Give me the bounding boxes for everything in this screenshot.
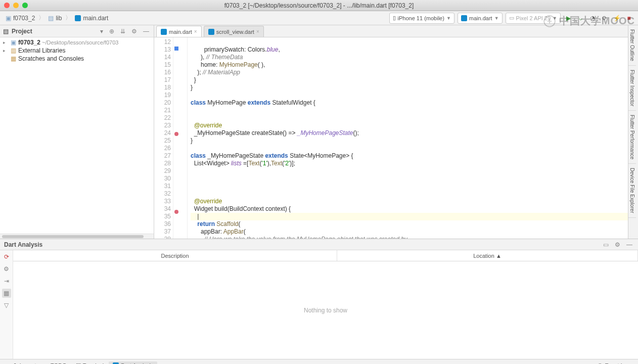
window-minimize[interactable] bbox=[13, 3, 19, 8]
bottom-tab-dart-analysis[interactable]: Dart Analysis bbox=[109, 361, 157, 365]
window-title: f0703_2 [~/Desktop/lesson/source/f0703_2… bbox=[0, 2, 638, 9]
dart-icon bbox=[75, 15, 81, 21]
bottom-tool-strip: ≡6: Logcat ≡TODO ▣Terminal Dart Analysis… bbox=[0, 359, 638, 364]
analysis-table: Description Location ▲ Nothing to show bbox=[13, 250, 638, 359]
right-tab-inspector[interactable]: Flutter Inspector bbox=[628, 66, 636, 111]
config-label: main.dart bbox=[469, 15, 492, 21]
analysis-empty-text: Nothing to show bbox=[13, 261, 638, 359]
device-frame-icon: ▭ bbox=[509, 15, 514, 21]
analysis-header: Dart Analysis ▭ ⚙ — bbox=[0, 239, 638, 250]
right-tab-performance[interactable]: Flutter Performance bbox=[628, 111, 636, 164]
project-horizontal-scrollbar[interactable] bbox=[0, 234, 154, 239]
editor-area: main.dart × scroll_view.dart × 121314151… bbox=[154, 25, 628, 239]
gear-icon[interactable]: ⚙ bbox=[613, 241, 622, 248]
window-close[interactable] bbox=[4, 3, 10, 8]
tree-external-libs[interactable]: ▸ ▥ External Libraries bbox=[0, 47, 154, 55]
editor-tab-scrollview[interactable]: scroll_view.dart × bbox=[204, 26, 264, 37]
device-selector[interactable]: ▯ iPhone 11 (mobile) ▼ bbox=[389, 13, 454, 24]
window-zoom[interactable] bbox=[22, 3, 28, 8]
breadcrumb-separator: 〉 bbox=[65, 14, 71, 22]
project-tool-window: ▤ Project ▾ ⊕ ⇊ ⚙ — ▸ ▣ f0703_2 ~/Deskto… bbox=[0, 25, 154, 239]
profile-button[interactable]: ◔ bbox=[587, 13, 598, 24]
hide-icon[interactable]: — bbox=[625, 241, 634, 248]
breadcrumb-project[interactable]: ▣ f0703_2 bbox=[3, 14, 37, 23]
breadcrumb-folder-label: lib bbox=[56, 15, 62, 22]
dart-icon bbox=[113, 362, 119, 365]
editor-body[interactable]: 1213141516171819202122232425262728293031… bbox=[154, 37, 628, 239]
external-libs-label: External Libraries bbox=[18, 47, 65, 54]
editor-tabs: main.dart × scroll_view.dart × bbox=[154, 25, 628, 37]
right-tab-outline[interactable]: Flutter Outline bbox=[628, 25, 636, 66]
bottom-tab-todo[interactable]: ≡TODO bbox=[41, 361, 71, 365]
logcat-icon: ≡ bbox=[8, 362, 11, 365]
chevron-down-icon[interactable]: ▾ bbox=[99, 28, 105, 35]
filter-icon[interactable]: ▽ bbox=[2, 301, 11, 310]
bottom-tab-logcat[interactable]: ≡6: Logcat bbox=[4, 361, 40, 365]
tab-label: scroll_view.dart bbox=[216, 29, 254, 35]
dart-icon bbox=[161, 29, 167, 35]
autoscroll-icon[interactable]: ⇥ bbox=[2, 277, 11, 286]
chat-icon[interactable]: ▭ bbox=[602, 241, 610, 248]
run-button[interactable]: ▶ bbox=[563, 13, 574, 24]
fold-gutter bbox=[179, 37, 188, 239]
right-tab-device-explorer[interactable]: Device File Explorer bbox=[628, 164, 636, 217]
column-location[interactable]: Location ▲ bbox=[337, 250, 638, 261]
emulator-selector[interactable]: ▭ Pixel 2 API 29 ▼ bbox=[506, 13, 561, 24]
tab-label: main.dart bbox=[169, 29, 192, 35]
project-view-icon: ▤ bbox=[3, 28, 9, 35]
todo-icon: ≡ bbox=[45, 362, 49, 365]
close-icon[interactable]: × bbox=[194, 29, 197, 34]
terminal-icon: ▣ bbox=[76, 362, 81, 364]
tree-scratches[interactable]: ▦ Scratches and Consoles bbox=[0, 55, 154, 63]
right-tool-strip: Flutter Outline Flutter Inspector Flutte… bbox=[628, 25, 638, 239]
emulator-label: Pixel 2 API 29 bbox=[516, 15, 551, 21]
tree-root-path: ~/Desktop/lesson/source/f0703 bbox=[42, 39, 118, 46]
event-log-icon: ◉ bbox=[598, 362, 603, 364]
attach-button[interactable]: ⟳ bbox=[599, 13, 610, 24]
breadcrumb-file-label: main.dart bbox=[83, 15, 108, 22]
dart-analysis-panel: Dart Analysis ▭ ⚙ — ⟳ ⚙ ⇥ ▦ ▽ Descriptio… bbox=[0, 239, 638, 359]
debug-button[interactable]: ⌵ bbox=[575, 13, 586, 24]
tree-root[interactable]: ▸ ▣ f0703_2 ~/Desktop/lesson/source/f070… bbox=[0, 38, 154, 47]
stop-button[interactable]: ■ bbox=[623, 13, 634, 24]
bottom-tab-terminal[interactable]: ▣Terminal bbox=[72, 361, 108, 364]
breadcrumb-project-label: f0703_2 bbox=[13, 15, 35, 22]
titlebar: f0703_2 [~/Desktop/lesson/source/f0703_2… bbox=[0, 0, 638, 11]
marker-gutter bbox=[173, 37, 179, 239]
project-tree[interactable]: ▸ ▣ f0703_2 ~/Desktop/lesson/source/f070… bbox=[0, 37, 154, 234]
refresh-icon[interactable]: ⟳ bbox=[2, 252, 11, 261]
analysis-title: Dart Analysis bbox=[4, 241, 599, 248]
gear-icon[interactable]: ⚙ bbox=[130, 28, 139, 35]
folder-icon: ▣ bbox=[10, 39, 17, 46]
phone-icon: ▯ bbox=[393, 15, 396, 21]
expand-arrow-icon[interactable]: ▸ bbox=[3, 40, 8, 45]
breadcrumb-separator: 〉 bbox=[38, 14, 44, 22]
editor-tab-main[interactable]: main.dart × bbox=[156, 26, 202, 37]
device-label: iPhone 11 (mobile) bbox=[398, 15, 444, 21]
code-content[interactable]: primarySwatch: Colors.blue, ), // ThemeD… bbox=[188, 37, 628, 239]
sort-asc-icon: ▲ bbox=[496, 253, 502, 259]
analysis-toolbar: ⟳ ⚙ ⇥ ▦ ▽ bbox=[0, 250, 13, 359]
scratches-label: Scratches and Consoles bbox=[18, 55, 84, 62]
dart-icon bbox=[461, 15, 467, 21]
flash-button[interactable]: ⚡ bbox=[611, 13, 622, 24]
chevron-down-icon: ▼ bbox=[494, 16, 499, 21]
project-title[interactable]: Project bbox=[12, 28, 96, 35]
scratch-icon: ▦ bbox=[10, 55, 17, 62]
column-description[interactable]: Description bbox=[13, 250, 337, 261]
breadcrumb-file[interactable]: main.dart bbox=[72, 14, 111, 23]
library-icon: ▥ bbox=[10, 47, 17, 54]
run-config-selector[interactable]: main.dart ▼ bbox=[458, 13, 503, 24]
hide-icon[interactable]: — bbox=[142, 28, 151, 35]
group-icon[interactable]: ▦ bbox=[2, 289, 11, 298]
dart-icon bbox=[208, 29, 214, 35]
expand-arrow-icon[interactable]: ▸ bbox=[3, 48, 8, 53]
collapse-icon[interactable]: ⇊ bbox=[119, 28, 127, 35]
breadcrumb-folder[interactable]: ▤ lib bbox=[45, 14, 64, 23]
target-icon[interactable]: ⊕ bbox=[108, 28, 116, 35]
settings-icon[interactable]: ⚙ bbox=[2, 264, 11, 274]
navigation-bar: ▣ f0703_2 〉 ▤ lib 〉 main.dart ▯ iPhone 1… bbox=[0, 11, 638, 25]
chevron-down-icon: ▼ bbox=[553, 16, 557, 21]
bottom-tab-event-log[interactable]: ◉Event Log bbox=[594, 361, 634, 364]
close-icon[interactable]: × bbox=[256, 29, 259, 34]
